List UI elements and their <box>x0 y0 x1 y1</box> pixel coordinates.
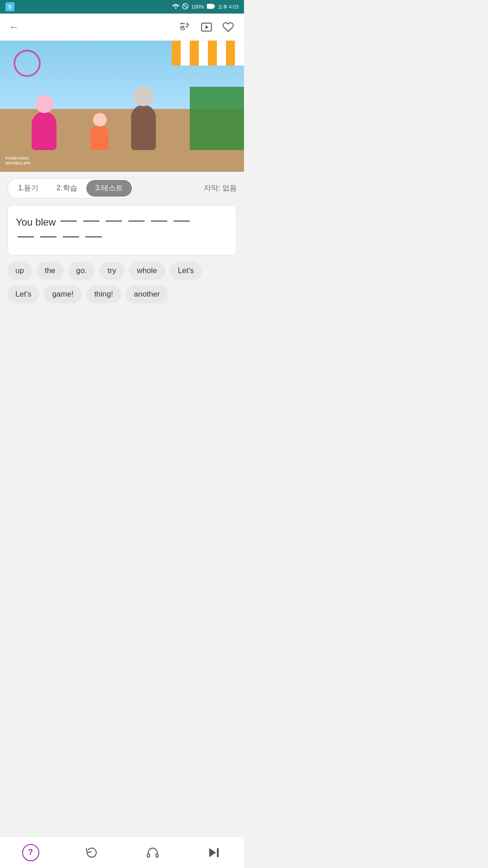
tent <box>172 41 244 66</box>
battery-label: 100% <box>191 4 204 9</box>
chip-try[interactable]: try <box>99 262 124 280</box>
chip-thing[interactable]: thing! <box>86 285 122 303</box>
video-button[interactable] <box>200 20 213 34</box>
svg-rect-3 <box>207 4 214 9</box>
quiz-box: You blew <box>7 205 237 255</box>
svg-point-0 <box>175 8 177 9</box>
like-button[interactable] <box>221 20 235 34</box>
watermark: FANDANGO MOVIECLIPS <box>5 156 31 166</box>
chip-lets-1[interactable]: Let's <box>170 262 202 280</box>
tab-listen[interactable]: 1.듣기 <box>9 180 47 197</box>
chip-lets-2[interactable]: Let's <box>7 285 39 303</box>
watermark-line2: MOVIECLIPS <box>5 161 31 166</box>
tab-test[interactable]: 3.테스트 <box>86 180 132 197</box>
word-chips-area: up the go. try whole Let's Let's game! t… <box>0 262 244 303</box>
back-button[interactable]: ← <box>9 21 19 33</box>
video-area[interactable]: FANDANGO MOVIECLIPS <box>0 41 244 172</box>
chip-another[interactable]: another <box>126 285 168 303</box>
tabs-group: 1.듣기 2.학습 3.테스트 <box>7 178 134 198</box>
subtitle-label: 자막: 없음 <box>204 184 237 193</box>
blank-7 <box>18 236 34 237</box>
status-bar-left: S <box>5 2 14 11</box>
video-thumbnail: FANDANGO MOVIECLIPS <box>0 41 244 172</box>
ferris-wheel <box>14 50 41 77</box>
chip-go[interactable]: go. <box>68 262 95 280</box>
quiz-text: You blew <box>16 214 228 246</box>
chip-the[interactable]: the <box>37 262 64 280</box>
char3-head <box>133 86 154 106</box>
nav-left: ← <box>9 21 19 33</box>
blank-8 <box>40 236 56 237</box>
blank-9 <box>63 236 79 237</box>
chip-whole[interactable]: whole <box>129 262 165 280</box>
translate-button[interactable]: G <box>178 20 192 34</box>
char1-head <box>35 95 53 113</box>
tabs-section: 1.듣기 2.학습 3.테스트 자막: 없음 <box>0 172 244 198</box>
battery-icon <box>207 4 215 10</box>
stall <box>190 87 244 150</box>
svg-marker-7 <box>206 25 209 29</box>
blank-2 <box>83 221 99 222</box>
blank-6 <box>174 221 190 222</box>
chip-game[interactable]: game! <box>44 285 81 303</box>
character-3 <box>131 105 156 150</box>
status-bar-right: 100% 오후 4:03 <box>172 3 239 10</box>
blank-10 <box>85 236 102 237</box>
no-signal-icon <box>182 3 188 10</box>
nav-right: G <box>178 20 235 34</box>
chips-row-2: Let's game! thing! another <box>7 285 237 303</box>
blank-1 <box>61 221 77 222</box>
char2-head <box>93 113 107 127</box>
tab-learn[interactable]: 2.학습 <box>47 180 86 197</box>
character-2 <box>90 125 108 150</box>
svg-line-2 <box>183 5 187 8</box>
chip-up[interactable]: up <box>7 262 32 280</box>
nav-bar: ← G <box>0 14 244 41</box>
svg-rect-4 <box>214 5 215 8</box>
blank-3 <box>106 221 122 222</box>
app-icon: S <box>5 2 14 11</box>
blank-4 <box>128 221 145 222</box>
watermark-line1: FANDANGO <box>5 156 31 161</box>
time-label: 오후 4:03 <box>218 4 239 10</box>
status-bar: S 100% 오후 4:03 <box>0 0 244 14</box>
quiz-prefix: You blew <box>16 217 56 228</box>
wifi-icon <box>172 4 179 10</box>
blank-5 <box>151 221 167 222</box>
chips-row-1: up the go. try whole Let's <box>7 262 237 280</box>
character-1 <box>32 112 56 150</box>
